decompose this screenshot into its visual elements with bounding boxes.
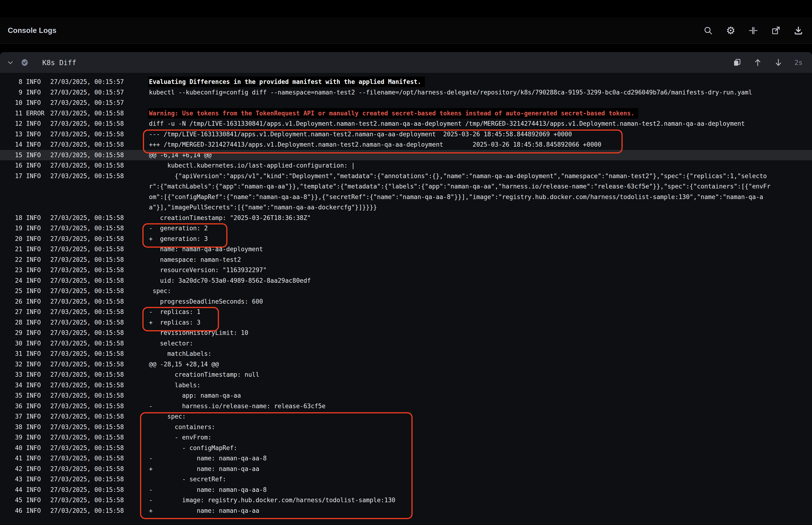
log-line[interactable]: 44 INFO 27/03/2025, 00:15:58 - name: nam…	[0, 484, 812, 495]
log-line[interactable]: 28 INFO 27/03/2025, 00:15:58 + replicas:…	[0, 317, 812, 328]
log-timestamp: 27/03/2025, 00:15:58	[50, 464, 124, 474]
log-line[interactable]: 31 INFO 27/03/2025, 00:15:58 matchLabels…	[0, 348, 812, 359]
log-line[interactable]: 25 INFO 27/03/2025, 00:15:58 spec:	[0, 286, 812, 296]
log-line[interactable]: 27 INFO 27/03/2025, 00:15:58 - replicas:…	[0, 307, 812, 317]
log-level: INFO	[26, 422, 47, 432]
log-message: + name: naman-qa-aa	[149, 506, 774, 516]
log-line[interactable]: 30 INFO 27/03/2025, 00:15:58 selector:	[0, 338, 812, 349]
log-line-number: 18	[0, 213, 22, 223]
log-line[interactable]: 13 INFO 27/03/2025, 00:15:58 --- /tmp/LI…	[0, 129, 812, 139]
log-timestamp: 27/03/2025, 00:15:58	[50, 307, 124, 317]
log-level: INFO	[26, 160, 47, 171]
log-line[interactable]: 14 INFO 27/03/2025, 00:15:58 +++ /tmp/ME…	[0, 139, 812, 150]
top-strip	[0, 0, 812, 17]
log-timestamp: 27/03/2025, 00:15:58	[50, 286, 124, 296]
log-line[interactable]: 42 INFO 27/03/2025, 00:15:58 + name: nam…	[0, 464, 812, 474]
log-message: - harness.io/release-name: release-63cf5…	[149, 401, 774, 411]
log-message: kubectl.kubernetes.io/last-applied-confi…	[149, 160, 774, 171]
log-line[interactable]: 9 INFO 27/03/2025, 00:15:57 kubectl --ku…	[0, 87, 812, 98]
log-timestamp: 27/03/2025, 00:15:58	[50, 275, 124, 286]
log-line[interactable]: 18 INFO 27/03/2025, 00:15:58 creationTim…	[0, 213, 812, 223]
log-level: INFO	[26, 286, 47, 296]
log-line[interactable]: 45 INFO 27/03/2025, 00:15:58 - image: re…	[0, 495, 812, 506]
log-line[interactable]: 26 INFO 27/03/2025, 00:15:58 progressDea…	[0, 296, 812, 307]
log-timestamp: 27/03/2025, 00:15:58	[50, 474, 124, 484]
log-line[interactable]: 20 INFO 27/03/2025, 00:15:58 + generatio…	[0, 234, 812, 244]
log-line-number: 19	[0, 223, 22, 234]
copy-icon[interactable]	[732, 58, 742, 67]
log-line-number: 36	[0, 401, 22, 411]
log-line[interactable]: 19 INFO 27/03/2025, 00:15:58 - generatio…	[0, 223, 812, 234]
log-message: +++ /tmp/MERGED-3214274413/apps.v1.Deplo…	[149, 139, 774, 150]
log-line[interactable]: 41 INFO 27/03/2025, 00:15:58 - name: nam…	[0, 453, 812, 464]
log-timestamp: 27/03/2025, 00:15:57	[50, 97, 124, 108]
log-level: INFO	[26, 244, 47, 255]
log-level: INFO	[26, 97, 47, 108]
log-line-number: 40	[0, 443, 22, 453]
log-level: INFO	[26, 150, 47, 161]
log-line[interactable]: 32 INFO 27/03/2025, 00:15:58 @@ -28,15 +…	[0, 359, 812, 370]
open-in-new-window-icon[interactable]	[771, 25, 781, 36]
log-line-number: 22	[0, 255, 22, 265]
log-line[interactable]: 36 INFO 27/03/2025, 00:15:58 - harness.i…	[0, 401, 812, 411]
log-line[interactable]: 33 INFO 27/03/2025, 00:15:58 creationTim…	[0, 370, 812, 380]
log-message: resourceVersion: "1163932297"	[149, 265, 774, 275]
log-timestamp: 27/03/2025, 00:15:58	[50, 348, 124, 359]
log-line[interactable]: 10 INFO 27/03/2025, 00:15:57	[0, 97, 812, 108]
log-level: INFO	[26, 484, 47, 495]
log-level: INFO	[26, 265, 47, 275]
log-message: - configMapRef:	[149, 443, 774, 453]
log-message: + generation: 3	[149, 234, 774, 244]
log-level: ERROR	[26, 108, 47, 119]
log-line-number: 43	[0, 474, 22, 484]
log-line-number: 28	[0, 317, 22, 328]
log-line[interactable]: 23 INFO 27/03/2025, 00:15:58 resourceVer…	[0, 265, 812, 275]
log-line[interactable]: 11 ERROR 27/03/2025, 00:15:58 Warning: U…	[0, 108, 812, 119]
log-timestamp: 27/03/2025, 00:15:58	[50, 108, 124, 119]
log-level: INFO	[26, 129, 47, 139]
scroll-down-icon[interactable]	[774, 58, 783, 67]
log-line-number: 45	[0, 495, 22, 506]
settings-gear-icon[interactable]: ⚙	[725, 25, 736, 36]
log-message: creationTimestamp: null	[149, 370, 774, 380]
chevron-down-icon[interactable]	[6, 58, 15, 67]
log-line[interactable]: 35 INFO 27/03/2025, 00:15:58 app: naman-…	[0, 390, 812, 401]
log-message: labels:	[149, 380, 774, 391]
log-line[interactable]: 16 INFO 27/03/2025, 00:15:58 kubectl.kub…	[0, 160, 812, 171]
log-line[interactable]: 38 INFO 27/03/2025, 00:15:58 containers:	[0, 422, 812, 432]
log-message: uid: 3a20dc70-53a0-4989-8562-8aa29ac80ed…	[149, 275, 774, 286]
log-line[interactable]: 24 INFO 27/03/2025, 00:15:58 uid: 3a20dc…	[0, 275, 812, 286]
log-line[interactable]: 43 INFO 27/03/2025, 00:15:58 - secretRef…	[0, 474, 812, 484]
log-level: INFO	[26, 370, 47, 380]
log-timestamp: 27/03/2025, 00:15:58	[50, 370, 124, 380]
log-line[interactable]: 37 INFO 27/03/2025, 00:15:58 spec:	[0, 411, 812, 422]
log-line[interactable]: 21 INFO 27/03/2025, 00:15:58 name: naman…	[0, 244, 812, 255]
log-line-number: 26	[0, 296, 22, 307]
log-timestamp: 27/03/2025, 00:15:58	[50, 234, 124, 244]
search-icon[interactable]	[703, 25, 713, 36]
log-line[interactable]: 12 INFO 27/03/2025, 00:15:58 diff -u -N …	[0, 118, 812, 129]
scroll-up-icon[interactable]	[753, 58, 763, 67]
log-line[interactable]: 15 INFO 27/03/2025, 00:15:58 @@ -6,14 +6…	[0, 150, 812, 161]
log-line[interactable]: 34 INFO 27/03/2025, 00:15:58 labels:	[0, 380, 812, 391]
log-timestamp: 27/03/2025, 00:15:58	[50, 380, 124, 391]
log-line[interactable]: 17 INFO 27/03/2025, 00:15:58 {"apiVersio…	[0, 171, 812, 213]
log-line[interactable]: 8 INFO 27/03/2025, 00:15:57 Evaluating D…	[0, 77, 812, 87]
log-message: Warning: Use tokens from the TokenReques…	[149, 108, 774, 119]
log-line[interactable]: 29 INFO 27/03/2025, 00:15:58 revisionHis…	[0, 328, 812, 338]
log-line[interactable]: 39 INFO 27/03/2025, 00:15:58 - envFrom:	[0, 432, 812, 443]
log-line-number: 14	[0, 139, 22, 150]
log-line[interactable]: 22 INFO 27/03/2025, 00:15:58 namespace: …	[0, 255, 812, 265]
step-header[interactable]: K8s Diff 2s	[0, 52, 812, 73]
log-line[interactable]: 40 INFO 27/03/2025, 00:15:58 - configMap…	[0, 443, 812, 453]
log-level: INFO	[26, 474, 47, 484]
log-line-number: 31	[0, 348, 22, 359]
log-line-number: 9	[0, 87, 22, 98]
log-timestamp: 27/03/2025, 00:15:58	[50, 495, 124, 506]
log-timestamp: 27/03/2025, 00:15:58	[50, 213, 124, 223]
log-level: INFO	[26, 432, 47, 443]
log-line[interactable]: 46 INFO 27/03/2025, 00:15:58 + name: nam…	[0, 506, 812, 516]
collapse-icon[interactable]	[748, 25, 759, 36]
log-level: INFO	[26, 87, 47, 98]
download-logs-icon[interactable]	[793, 25, 803, 36]
